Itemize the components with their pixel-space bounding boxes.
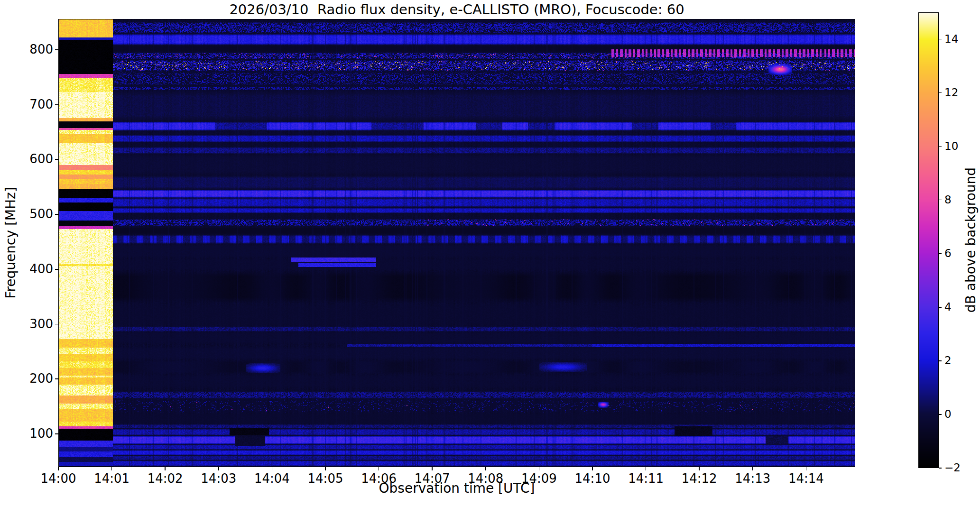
colorbar-tick-label: 14 [944, 33, 958, 45]
x-tick [806, 467, 807, 470]
y-tick-label: 700 [9, 97, 53, 111]
x-tick [592, 467, 593, 470]
x-tick [165, 467, 166, 470]
spectrogram-figure: 2026/03/10 Radio flux density, e-CALLIST… [0, 0, 980, 506]
colorbar-tick-label: 10 [944, 140, 958, 152]
colorbar-tick-label: 12 [944, 86, 958, 99]
y-tick-label: 100 [9, 426, 53, 441]
x-tick [379, 467, 379, 470]
y-tick-label: 800 [9, 42, 53, 56]
y-tick-label: 300 [9, 317, 53, 331]
y-tick [55, 104, 58, 105]
y-tick-label: 200 [9, 371, 53, 386]
x-tick [646, 467, 647, 470]
y-tick [55, 378, 58, 379]
colorbar-label: dB above background [963, 167, 979, 313]
colorbar [918, 12, 939, 468]
spectrogram-image [59, 19, 855, 467]
y-tick [55, 49, 58, 50]
colorbar-tick [939, 253, 942, 254]
y-tick [55, 324, 58, 325]
colorbar-tick [939, 468, 942, 469]
colorbar-tick [939, 414, 942, 415]
x-tick [58, 467, 59, 470]
x-tick [272, 467, 273, 470]
colorbar-tick-label: 6 [944, 247, 952, 259]
colorbar-tick-label: 8 [944, 193, 952, 206]
colorbar-tick-label: 4 [944, 301, 952, 313]
y-tick [55, 214, 58, 215]
colorbar-tick-label: 0 [944, 408, 952, 420]
y-axis-label: Frequency [MHz] [3, 187, 18, 298]
spectrogram-plot-area [58, 19, 855, 467]
x-tick [325, 467, 326, 470]
x-tick [111, 467, 112, 470]
colorbar-tick-label: 2 [944, 354, 952, 367]
y-tick [55, 159, 58, 160]
y-tick [55, 269, 58, 270]
colorbar-gradient [919, 13, 938, 468]
colorbar-tick [939, 200, 942, 201]
colorbar-tick [939, 146, 942, 147]
chart-title: 2026/03/10 Radio flux density, e-CALLIST… [58, 1, 855, 18]
x-tick [485, 467, 486, 470]
x-tick [752, 467, 753, 470]
y-tick-label: 600 [9, 152, 53, 166]
x-tick [539, 467, 540, 470]
colorbar-tick [939, 92, 942, 93]
x-axis-label: Observation time [UTC] [58, 480, 855, 496]
colorbar-tick [939, 360, 942, 361]
colorbar-tick-label: −2 [944, 461, 961, 474]
colorbar-tick [939, 307, 942, 308]
x-tick [699, 467, 700, 470]
x-tick [218, 467, 219, 470]
colorbar-tick [939, 39, 942, 40]
x-tick [432, 467, 433, 470]
y-tick [55, 433, 58, 434]
